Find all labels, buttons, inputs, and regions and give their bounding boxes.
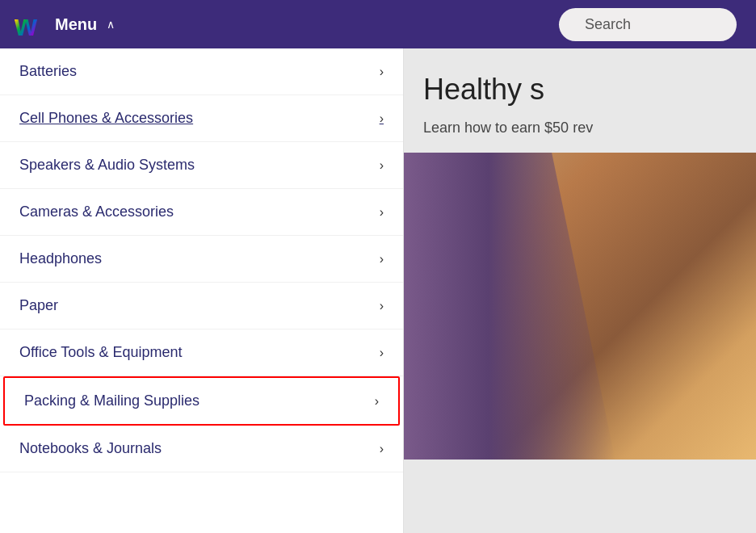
menu-item-label-office-tools: Office Tools & Equipment <box>19 344 182 361</box>
menu-caret-icon[interactable]: ∧ <box>107 18 115 31</box>
chevron-icon-speakers: › <box>380 158 384 173</box>
menu-item-label-cell-phones: Cell Phones & Accessories <box>19 110 193 127</box>
logo-area: w Menu ∧ <box>13 6 115 42</box>
search-area: Search <box>540 0 756 48</box>
content-area: Batteries›Cell Phones & Accessories›Spea… <box>0 48 756 533</box>
chevron-icon-office-tools: › <box>380 346 384 360</box>
menu-item-label-headphones: Headphones <box>19 250 102 267</box>
menu-item-packing[interactable]: Packing & Mailing Supplies› <box>3 376 400 426</box>
chevron-icon-cameras: › <box>380 205 384 220</box>
chevron-icon-batteries: › <box>380 65 384 79</box>
right-panel: Healthy s Learn how to earn $50 rev <box>404 48 756 533</box>
menu-item-cell-phones[interactable]: Cell Phones & Accessories› <box>0 95 403 142</box>
menu-item-label-notebooks: Notebooks & Journals <box>19 440 162 457</box>
menu-item-label-packing: Packing & Mailing Supplies <box>24 392 200 409</box>
search-box[interactable]: Search <box>559 8 737 41</box>
menu-item-label-cameras: Cameras & Accessories <box>19 204 174 220</box>
menu-item-label-paper: Paper <box>19 297 58 314</box>
chevron-icon-notebooks: › <box>380 442 384 456</box>
svg-text:w: w <box>14 9 38 42</box>
menu-item-office-tools[interactable]: Office Tools & Equipment› <box>0 329 403 376</box>
menu-label[interactable]: Menu <box>55 15 97 34</box>
menu-panel: Batteries›Cell Phones & Accessories›Spea… <box>0 48 404 533</box>
menu-item-cameras[interactable]: Cameras & Accessories› <box>0 189 403 236</box>
chevron-icon-packing: › <box>375 394 379 409</box>
menu-item-headphones[interactable]: Headphones› <box>0 236 403 283</box>
menu-item-paper[interactable]: Paper› <box>0 283 403 329</box>
person-silhouette <box>404 153 615 460</box>
chevron-icon-paper: › <box>380 299 384 313</box>
promo-title: Healthy s <box>404 48 756 120</box>
app-header: w Menu ∧ Search <box>0 0 756 48</box>
menu-item-label-speakers: Speakers & Audio Systems <box>19 157 195 174</box>
menu-item-label-batteries: Batteries <box>19 63 77 80</box>
menu-item-batteries[interactable]: Batteries› <box>0 48 403 95</box>
menu-item-speakers[interactable]: Speakers & Audio Systems› <box>0 142 403 189</box>
walmart-logo-icon: w <box>13 6 48 42</box>
promo-subtitle: Learn how to earn $50 rev <box>404 120 756 153</box>
menu-item-notebooks[interactable]: Notebooks & Journals› <box>0 426 403 472</box>
chevron-icon-cell-phones: › <box>380 111 384 126</box>
chevron-icon-headphones: › <box>380 252 384 266</box>
promo-image <box>404 153 756 460</box>
